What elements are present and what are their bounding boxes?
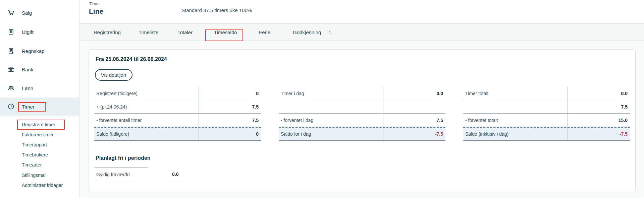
table-row-forventet-totalt: - forventet totalt15.0 [463,114,630,127]
planned-leave-title: Planlagt fri i perioden [96,155,151,161]
saldo-table-2: Timer i dag0.0- forventet i dag7.5Saldo … [279,87,445,141]
tab-label: Registrering [94,29,121,35]
table-row-timer-totalt: Timer totalt0.0 [463,87,630,100]
sidebar-subitem-timebrukere[interactable]: Timebrukere [22,151,48,158]
bank-icon [7,66,15,73]
row-value: 0.0 [568,87,630,100]
row-value: -7.5 [383,128,445,140]
row-value: 0 [199,87,261,100]
tab-registrering[interactable]: Registrering [94,24,121,41]
row-label: Saldo (tidligere) [94,128,199,140]
saldo-table-1: Registrert (tidligere)0+ (pr.24.06.24)7.… [94,87,261,141]
row-value: 7.5 [383,114,445,127]
sidebar: SalgUtgiftRegnskapBankLønnTimer Registre… [0,0,79,198]
row-label: + (pr.24.06.24) [94,100,199,113]
page-title: Line [89,7,103,15]
sidebar-subitem-stillingsmal[interactable]: Stillingsmal [22,172,46,179]
row-value: 7.5 [199,114,261,127]
tab-godkjenning[interactable]: Godkjenning1 [293,24,331,41]
tab-label: Ferie [259,29,270,35]
sidebar-item-timer[interactable]: Timer [0,97,79,116]
tab-timesaldo[interactable]: Timesaldo [214,24,237,41]
table-row-empty [279,100,445,114]
sidebar-item-label: Lønn [22,85,33,91]
timesaldo-card: Fra 25.06.2024 til 26.06.2024 Vis detalj… [89,49,636,191]
tab-timeliste[interactable]: Timeliste [139,24,158,41]
sidebar-item-utgift[interactable]: Utgift [0,24,79,40]
row-label: Saldo (inklusiv i dag) [463,128,568,140]
row-label: - forventet antall timer [94,114,199,127]
table-row-saldo-inklusiv-i-dag: Saldo (inklusiv i dag)-7.5 [463,127,630,141]
people-icon [7,84,15,92]
saldo-table-3: Timer totalt0.07.5- forventet totalt15.0… [463,87,630,141]
row-value: 0.0 [383,87,445,100]
table-row-empty: 7.5 [463,100,630,114]
standard-week-info: Standard 37.5 timers uke 100% [181,7,252,13]
row-label [279,100,383,113]
sidebar-item-label: Bank [22,67,33,72]
row-label: Timer totalt [463,87,568,100]
tab-label: Godkjenning [293,29,321,35]
row-label: Saldo for i dag [279,128,383,140]
row-value: 0 [199,128,261,140]
tab-strip: RegistreringTimelisteTotalerTimesaldoFer… [79,23,644,41]
tab-label: Totaler [177,29,193,35]
sidebar-item-label: Timer [22,104,35,110]
receipt-icon [7,28,15,36]
breadcrumb: Timer [89,2,100,6]
tab-badge-count: 1 [328,29,331,35]
sidebar-subitem-administrer-fridager[interactable]: Administrer fridager [22,182,63,189]
row-label: Registrert (tidligere) [94,87,199,100]
sidebar-item-l-nn[interactable]: Lønn [0,80,79,96]
sidebar-item-bank[interactable]: Bank [0,62,79,77]
sidebar-item-label: Regnskap [22,48,45,54]
table-row-forventet-antall-timer: - forventet antall timer7.5 [94,114,261,127]
sidebar-item-label: Salg [22,10,32,16]
table-row-forventet-i-dag: - forventet i dag7.5 [279,114,445,127]
tab-ferie[interactable]: Ferie [259,24,270,41]
row-label [463,100,568,113]
row-label: - forventet i dag [279,114,383,127]
show-detailed-button[interactable]: Vis detaljert [95,69,132,81]
table-row-saldo-for-i-dag: Saldo for i dag-7.5 [279,127,445,141]
row-value: 15.0 [568,114,630,127]
sidebar-item-salg[interactable]: Salg [0,5,79,20]
row-value [383,100,445,113]
cart-icon [7,9,15,16]
sidebar-subitem-timerapport[interactable]: Timerapport [22,141,47,148]
table-row-pr-24-06-24: + (pr.24.06.24)7.5 [94,100,261,114]
sidebar-subitem-registrere-timer[interactable]: Registrere timer [22,121,55,128]
content-area: Fra 25.06.2024 til 26.06.2024 Vis detalj… [79,41,644,198]
planned-leave-row: Gyldig fravær/fri 0.0 [94,168,630,181]
row-value: 7.5 [568,100,630,113]
tab-label: Timesaldo [214,29,237,35]
tab-label: Timeliste [139,29,158,35]
row-value: -7.5 [568,128,630,140]
saldo-tables: Registrert (tidligere)0+ (pr.24.06.24)7.… [94,87,630,141]
sidebar-subitem-timearter[interactable]: Timearter [22,161,42,168]
planned-leave-label: Gyldig fravær/fri [94,168,148,181]
sidebar-subitem-fakturere-timer[interactable]: Fakturere timer [22,131,54,138]
table-row-timer-i-dag: Timer i dag0.0 [279,87,445,100]
period-title: Fra 25.06.2024 til 26.06.2024 [96,56,167,62]
table-row-saldo-tidligere: Saldo (tidligere)0 [94,127,261,141]
table-row-registrert-tidligere: Registrert (tidligere)0 [94,87,261,100]
tab-totaler[interactable]: Totaler [177,24,193,41]
row-value: 7.5 [199,100,261,113]
planned-leave-value: 0.0 [148,168,178,181]
row-label: Timer i dag [279,87,383,100]
main-area: Timer Line Standard 37.5 timers uke 100%… [79,0,644,198]
clock-icon [7,103,15,110]
row-label: - forventet totalt [463,114,568,127]
sidebar-item-label: Utgift [22,29,34,35]
page-header: Timer Line Standard 37.5 timers uke 100% [79,0,644,23]
sidebar-item-regnskap[interactable]: Regnskap [0,43,79,59]
ledger-icon [7,47,15,55]
